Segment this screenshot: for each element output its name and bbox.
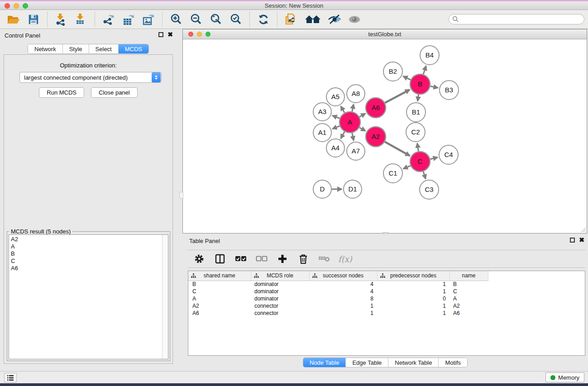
- export-image-icon[interactable]: [141, 13, 156, 26]
- home-icon[interactable]: [304, 13, 322, 26]
- tab-edge-table[interactable]: Edge Table: [346, 358, 388, 367]
- table-cell[interactable]: A: [449, 295, 488, 302]
- table-cell[interactable]: 8: [309, 295, 377, 302]
- column-header-shared-name[interactable]: shared name: [188, 271, 251, 281]
- clone-network-icon[interactable]: [284, 13, 298, 26]
- delete-column-icon[interactable]: [296, 253, 310, 265]
- float-panel-icon[interactable]: [158, 32, 163, 37]
- edge-A6-B[interactable]: [385, 90, 410, 103]
- table-cell[interactable]: A2: [449, 302, 488, 310]
- table-cell[interactable]: C: [449, 288, 488, 295]
- column-header-name[interactable]: name: [449, 271, 488, 281]
- table-row[interactable]: A2connector11A2: [188, 302, 488, 310]
- close-table-panel-icon[interactable]: ✖: [579, 238, 584, 243]
- result-scrollbar[interactable]: [162, 235, 168, 359]
- edge-A2-C[interactable]: [385, 142, 410, 156]
- table-cell[interactable]: connector: [251, 310, 309, 317]
- split-columns-icon[interactable]: [213, 253, 227, 265]
- hide-eye-icon[interactable]: [327, 13, 342, 26]
- table-cell[interactable]: B: [188, 281, 251, 288]
- column-header-mcds-role[interactable]: MCDS role: [251, 271, 309, 281]
- table-row[interactable]: Adominator80A: [188, 295, 488, 302]
- tab-network-table[interactable]: Network Table: [388, 358, 439, 367]
- edge-B-B4[interactable]: [423, 66, 426, 74]
- settings-gear-icon[interactable]: [192, 253, 206, 265]
- edge-C-C3[interactable]: [423, 172, 425, 179]
- edge-A-A7[interactable]: [352, 133, 354, 141]
- column-header-predecessor-nodes[interactable]: predecessor nodes: [377, 271, 449, 281]
- table-cell[interactable]: C: [188, 288, 251, 295]
- session-titlebar[interactable]: Session: New Session: [0, 1, 588, 10]
- export-network-icon[interactable]: [101, 13, 116, 26]
- edge-A-A5[interactable]: [341, 106, 344, 113]
- table-row[interactable]: Cdominator41C: [188, 288, 488, 295]
- close-panel-button[interactable]: Close panel: [91, 87, 138, 98]
- window-resize-grip[interactable]: [580, 227, 586, 233]
- edge-A-A3[interactable]: [332, 115, 339, 118]
- run-mcds-button[interactable]: Run MCDS: [39, 87, 84, 98]
- table-cell[interactable]: A: [188, 295, 251, 302]
- edge-B-B2[interactable]: [403, 76, 411, 80]
- table-cell[interactable]: 0: [377, 295, 449, 302]
- column-header-successor-nodes[interactable]: successor nodes: [309, 271, 377, 281]
- tab-style[interactable]: Style: [63, 44, 89, 53]
- table-cell[interactable]: A2: [188, 302, 251, 310]
- table-row[interactable]: Bdominator41B: [188, 281, 488, 288]
- table-cell[interactable]: 1: [309, 302, 377, 310]
- edge-A-A6[interactable]: [359, 114, 365, 117]
- network-canvas[interactable]: B4B2BB3B1A5A8A6A3AA1C2A2A4A7CC1C4C3DD1: [183, 39, 587, 233]
- edge-A-A1[interactable]: [332, 126, 339, 129]
- edge-A-A8[interactable]: [352, 105, 354, 112]
- table-cell[interactable]: 1: [377, 288, 449, 295]
- deselect-all-checkboxes-icon[interactable]: [255, 253, 268, 265]
- vertical-splitter-handle[interactable]: [179, 192, 183, 199]
- table-cell[interactable]: 1: [377, 310, 449, 317]
- import-network-icon[interactable]: [54, 13, 68, 26]
- tab-select[interactable]: Select: [89, 44, 119, 53]
- zoom-out-icon[interactable]: [189, 13, 203, 26]
- add-column-icon[interactable]: [276, 253, 289, 265]
- refresh-icon[interactable]: [256, 13, 271, 26]
- zoom-in-icon[interactable]: [169, 13, 183, 26]
- select-all-checkboxes-icon[interactable]: [234, 253, 248, 265]
- network-window-titlebar[interactable]: testGlobe.txt: [183, 29, 587, 39]
- table-cell[interactable]: A6: [449, 310, 488, 317]
- float-table-panel-icon[interactable]: [570, 238, 575, 243]
- table-cell[interactable]: 1: [377, 302, 449, 310]
- table-cell[interactable]: 4: [309, 281, 377, 288]
- save-session-icon[interactable]: [26, 13, 41, 26]
- tab-node-table[interactable]: Node Table: [303, 358, 346, 367]
- edge-B-B3[interactable]: [430, 86, 438, 88]
- table-cell[interactable]: 1: [309, 310, 377, 317]
- table-cell[interactable]: connector: [251, 302, 309, 310]
- memory-button[interactable]: Memory: [545, 372, 584, 382]
- edge-A-A4[interactable]: [341, 132, 345, 138]
- open-session-icon[interactable]: [6, 13, 21, 26]
- search-input[interactable]: [449, 14, 584, 24]
- edge-A-A2[interactable]: [359, 128, 365, 131]
- table-cell[interactable]: 4: [309, 288, 377, 295]
- edge-B-B1[interactable]: [418, 95, 419, 101]
- table-row[interactable]: A6connector11A6: [188, 310, 488, 317]
- table-cell[interactable]: B: [449, 281, 488, 288]
- delete-table-icon[interactable]: [317, 253, 331, 265]
- export-table-icon[interactable]: [121, 13, 136, 26]
- table-cell[interactable]: A6: [188, 310, 251, 317]
- table-cell[interactable]: 1: [377, 281, 449, 288]
- criterion-dropdown[interactable]: largest connected component (directed): [19, 72, 162, 83]
- zoom-fit-icon[interactable]: [209, 13, 223, 26]
- table-cell[interactable]: dominator: [251, 281, 309, 288]
- node-table-container[interactable]: shared nameMCDS rolesuccessor nodesprede…: [188, 271, 585, 356]
- show-eye-icon[interactable]: [347, 13, 362, 26]
- function-builder-button[interactable]: f(x): [338, 254, 352, 264]
- mcds-result-list[interactable]: A2ABCA6: [9, 234, 168, 359]
- table-cell[interactable]: dominator: [251, 288, 309, 295]
- close-panel-icon[interactable]: ✖: [167, 32, 173, 37]
- task-history-button[interactable]: [4, 373, 17, 382]
- zoom-selected-icon[interactable]: [229, 13, 243, 26]
- tab-mcds[interactable]: MCDS: [119, 44, 148, 53]
- edge-C-C2[interactable]: [417, 143, 419, 152]
- edge-C-C4[interactable]: [430, 157, 437, 159]
- tab-motifs[interactable]: Motifs: [439, 358, 467, 367]
- table-cell[interactable]: dominator: [251, 295, 309, 302]
